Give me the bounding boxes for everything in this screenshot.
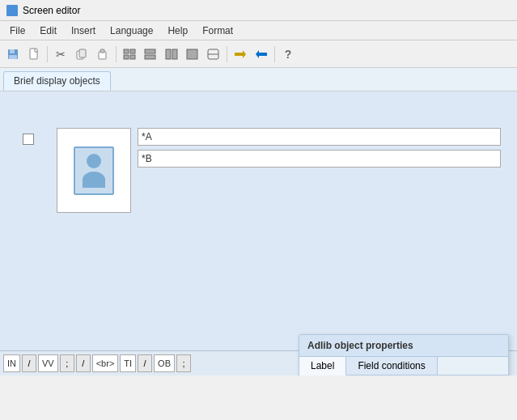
arrow1-button[interactable] [231, 45, 250, 64]
menu-edit[interactable]: Edit [33, 23, 63, 38]
svg-rect-21 [259, 53, 267, 56]
tab-label[interactable]: Label [299, 357, 346, 375]
bar-sep-5: ; [176, 354, 191, 372]
menu-language[interactable]: Language [104, 23, 159, 38]
svg-marker-20 [243, 50, 246, 58]
save-button[interactable] [3, 45, 23, 64]
separator-1 [47, 46, 48, 62]
svg-rect-15 [172, 49, 177, 59]
svg-rect-3 [30, 49, 37, 59]
arrow2-button[interactable] [252, 45, 271, 64]
bar-vv: VV [38, 354, 58, 372]
canvas-area: *A *B [8, 100, 509, 334]
toolbar: ✂ ? [0, 40, 517, 68]
svg-rect-11 [130, 55, 135, 59]
menu-format[interactable]: Format [196, 23, 239, 38]
canvas-field-a: *A [138, 128, 501, 146]
help-button[interactable]: ? [278, 45, 298, 64]
copy-button[interactable] [72, 45, 91, 64]
person-body [83, 172, 105, 188]
svg-rect-12 [145, 49, 155, 53]
menu-file[interactable]: File [3, 23, 32, 38]
bar-ob: OB [154, 354, 175, 372]
canvas-checkbox[interactable] [23, 134, 34, 145]
svg-rect-13 [145, 55, 155, 59]
panel-tabs: Label Field conditions [299, 357, 508, 375]
svg-rect-14 [166, 49, 171, 59]
menu-bar: File Edit Insert Language Help Format [0, 21, 517, 40]
bar-sep-1: / [22, 354, 36, 372]
grid3-button[interactable] [162, 45, 181, 64]
bar-in: IN [3, 354, 20, 372]
bar-sep-2: ; [60, 354, 74, 372]
tab-field-conditions[interactable]: Field conditions [346, 357, 437, 375]
svg-rect-10 [124, 55, 129, 59]
svg-rect-19 [235, 53, 243, 56]
grid5-button[interactable] [204, 45, 223, 64]
bar-ti: TI [120, 354, 136, 372]
bar-sep-4: / [138, 354, 152, 372]
separator-4 [274, 46, 275, 62]
svg-rect-9 [130, 49, 135, 53]
person-head [87, 154, 101, 168]
svg-rect-7 [100, 49, 104, 53]
svg-rect-16 [187, 49, 197, 59]
cut-button[interactable]: ✂ [51, 45, 70, 64]
svg-rect-5 [79, 49, 86, 57]
bar-br: <br> [92, 354, 119, 372]
panel-title: Adlib object properties [299, 335, 508, 357]
tab-brief-display[interactable]: Brief display objects [3, 71, 111, 91]
paste-button[interactable] [93, 45, 112, 64]
tab-bar: Brief display objects [0, 68, 517, 91]
svg-marker-22 [256, 50, 259, 58]
grid2-button[interactable] [141, 45, 160, 64]
svg-rect-2 [9, 55, 17, 59]
bar-sep-3: / [76, 354, 91, 372]
app-icon [6, 5, 18, 16]
grid4-button[interactable] [183, 45, 202, 64]
svg-rect-1 [10, 49, 15, 53]
grid1-button[interactable] [120, 45, 139, 64]
menu-help[interactable]: Help [161, 23, 194, 38]
menu-insert[interactable]: Insert [65, 23, 102, 38]
title-bar: Screen editor [0, 0, 517, 21]
properties-panel: Adlib object properties Label Field cond… [299, 334, 509, 375]
separator-3 [227, 46, 227, 62]
svg-rect-8 [124, 49, 129, 53]
separator-2 [116, 46, 117, 62]
main-content: *A *B Adlib object properties Label Fiel… [0, 91, 517, 350]
new-button[interactable] [24, 45, 44, 64]
canvas-field-b: *B [138, 150, 501, 168]
person-icon [74, 146, 114, 195]
image-box [57, 128, 131, 213]
title-bar-text: Screen editor [23, 5, 80, 16]
